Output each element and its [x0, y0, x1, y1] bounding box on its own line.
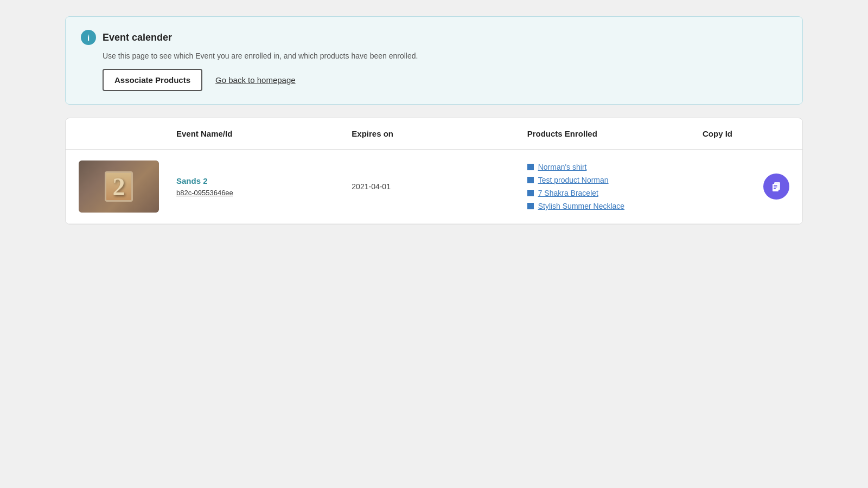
list-item: 7 Shakra Bracelet	[527, 189, 703, 197]
cake-number-decoration: 2	[105, 171, 133, 202]
info-banner-description: Use this page to see which Event you are…	[103, 52, 787, 60]
col-expires-on: Expires on	[352, 129, 527, 138]
events-table: Event Name/Id Expires on Products Enroll…	[65, 118, 803, 224]
products-enrolled-cell: Norman's shirt Test product Norman 7 Sha…	[527, 163, 703, 210]
info-banner-header: i Event calender	[81, 30, 787, 45]
product-link-1[interactable]: Norman's shirt	[538, 163, 587, 171]
event-name-link[interactable]: Sands 2	[176, 176, 352, 185]
col-image	[79, 129, 176, 138]
event-id: b82c-09553646ee	[176, 189, 352, 197]
product-link-2[interactable]: Test product Norman	[538, 176, 609, 184]
svg-rect-3	[774, 187, 777, 188]
product-link-4[interactable]: Stylish Summer Necklace	[538, 202, 625, 210]
col-copy-id: Copy Id	[703, 129, 789, 138]
list-item: Norman's shirt	[527, 163, 703, 171]
table-row: 2 Sands 2 b82c-09553646ee 2021-04-01 Nor…	[66, 150, 802, 224]
associate-products-button[interactable]: Associate Products	[103, 69, 202, 91]
list-item: Test product Norman	[527, 176, 703, 184]
svg-rect-4	[774, 188, 776, 189]
products-list: Norman's shirt Test product Norman 7 Sha…	[527, 163, 703, 210]
copy-icon	[770, 180, 783, 193]
info-banner: i Event calender Use this page to see wh…	[65, 16, 803, 105]
table-header: Event Name/Id Expires on Products Enroll…	[66, 118, 802, 150]
event-name-cell: Sands 2 b82c-09553646ee	[176, 176, 352, 197]
expires-on-cell: 2021-04-01	[352, 182, 527, 191]
info-icon: i	[81, 30, 96, 45]
homepage-link[interactable]: Go back to homepage	[215, 75, 296, 85]
list-item: Stylish Summer Necklace	[527, 202, 703, 210]
svg-rect-2	[774, 185, 777, 186]
info-banner-title: Event calender	[103, 32, 172, 43]
copy-id-cell	[703, 174, 789, 200]
col-products-enrolled: Products Enrolled	[527, 129, 703, 138]
col-event-name-id: Event Name/Id	[176, 129, 352, 138]
product-link-3[interactable]: 7 Shakra Bracelet	[538, 189, 598, 197]
event-image: 2	[79, 160, 159, 213]
info-actions: Associate Products Go back to homepage	[103, 69, 787, 91]
copy-id-button[interactable]	[763, 174, 789, 200]
